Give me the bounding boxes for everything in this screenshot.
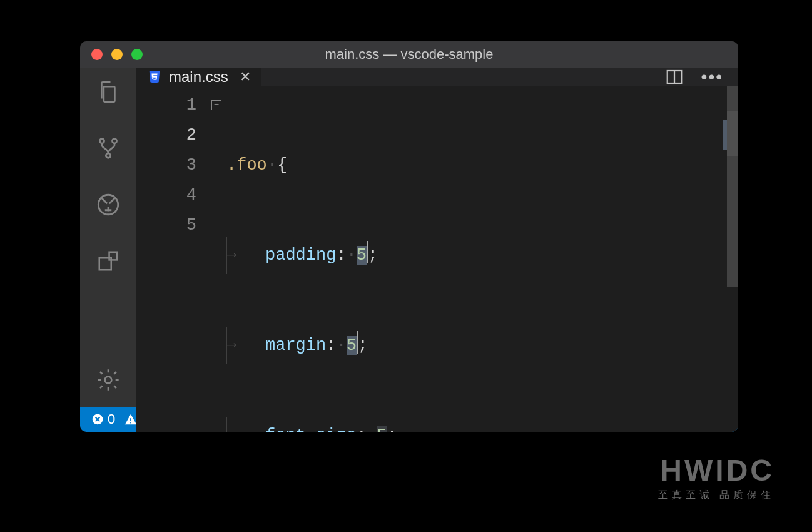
minimize-window-button[interactable] [111, 49, 123, 60]
line-number-gutter: 1 2 3 4 5 [136, 86, 211, 432]
fold-collapse-icon[interactable]: − [211, 100, 221, 110]
line-number: 2 [136, 120, 196, 150]
status-errors[interactable]: 0 [91, 411, 115, 427]
activity-bar [80, 68, 136, 407]
more-actions-icon[interactable]: ••• [701, 68, 723, 86]
code-editor[interactable]: 1 2 3 4 5 − .foo·{ →padding:·5; →margin:… [136, 86, 738, 432]
svg-point-1 [112, 139, 116, 143]
scrollbar-thumb[interactable] [727, 111, 738, 156]
code-line: →padding:·5; [226, 240, 738, 270]
debug-icon[interactable] [94, 190, 123, 219]
watermark: HWIDC 至真至诚 品质保住 [658, 453, 774, 502]
warning-icon [124, 412, 138, 426]
traffic-lights [80, 49, 143, 60]
svg-rect-11 [130, 422, 131, 424]
extensions-icon[interactable] [94, 247, 123, 275]
close-window-button[interactable] [91, 49, 103, 60]
close-tab-icon[interactable]: ✕ [240, 69, 251, 85]
code-line: →font-size:·5; [226, 421, 738, 432]
code-line: .foo·{ [226, 150, 738, 180]
svg-point-3 [98, 195, 118, 215]
source-control-icon[interactable] [94, 134, 123, 163]
svg-point-6 [105, 377, 112, 384]
titlebar: main.css — vscode-sample [80, 41, 738, 68]
split-editor-icon[interactable] [665, 68, 684, 86]
svg-point-2 [106, 153, 110, 158]
svg-rect-10 [130, 418, 131, 421]
body-area: main.css ✕ ••• 1 2 3 4 5 [80, 68, 738, 407]
explorer-icon[interactable] [94, 78, 123, 106]
settings-gear-icon[interactable] [94, 366, 123, 394]
line-number: 4 [136, 180, 196, 210]
svg-point-0 [99, 139, 104, 143]
zoom-window-button[interactable] [131, 49, 143, 60]
vscode-window: main.css — vscode-sample [80, 41, 738, 432]
line-number: 3 [136, 150, 196, 180]
tab-actions: ••• [665, 68, 738, 86]
error-icon [91, 413, 104, 426]
tab-bar: main.css ✕ ••• [136, 68, 738, 86]
line-number: 1 [136, 90, 196, 120]
css3-file-icon [148, 69, 161, 84]
line-number: 5 [136, 210, 196, 240]
tab-main-css[interactable]: main.css ✕ [136, 68, 261, 86]
code-content[interactable]: .foo·{ →padding:·5; →margin:·5; →font-si… [226, 86, 738, 432]
code-line: →margin:·5; [226, 330, 738, 361]
window-title: main.css — vscode-sample [80, 46, 738, 63]
fold-column: − [211, 86, 226, 432]
watermark-tagline: 至真至诚 品质保住 [658, 489, 774, 502]
editor-group: main.css ✕ ••• 1 2 3 4 5 [136, 68, 738, 407]
tab-filename: main.css [169, 68, 228, 86]
overview-ruler-selection [723, 120, 727, 150]
watermark-logo: HWIDC [658, 453, 774, 488]
